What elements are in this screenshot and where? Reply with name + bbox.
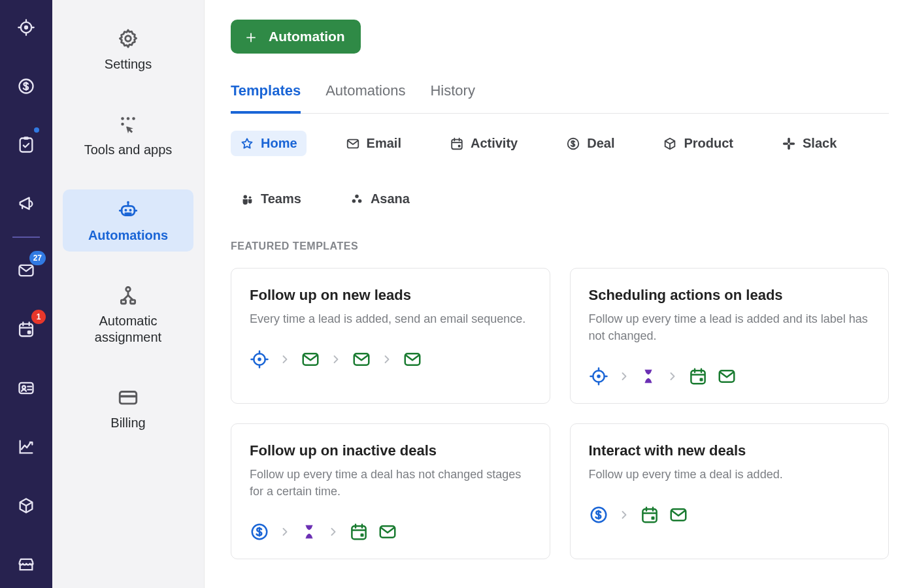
card-icon: [117, 386, 139, 408]
sidebar-item-label: Billing: [110, 415, 145, 431]
card-desc: Follow up every time a lead is added and…: [589, 310, 871, 344]
assignment-icon: [117, 284, 139, 306]
chevron-right-icon: [666, 370, 679, 383]
sidebar-item-billing[interactable]: Billing: [63, 377, 193, 439]
tab-templates[interactable]: Templates: [231, 82, 301, 114]
chip-home[interactable]: Home: [231, 131, 307, 156]
category-chips: Home Email Activity Deal Product Slack: [231, 131, 889, 212]
mail-icon: [352, 350, 371, 369]
sidebar-item-label: Tools and apps: [84, 142, 173, 158]
hourglass-icon: [640, 368, 657, 385]
calendar-icon: [349, 522, 369, 542]
sidebar-item-auto-assignment[interactable]: Automatic assignment: [63, 275, 193, 353]
mail-icon: [346, 137, 360, 151]
add-automation-button[interactable]: ＋ Automation: [231, 20, 361, 54]
rail-item-deals[interactable]: [10, 71, 42, 102]
rail-item-leads[interactable]: [10, 12, 42, 43]
mail-icon: [378, 522, 397, 542]
hourglass-icon: [301, 523, 318, 540]
mail-icon: [301, 350, 320, 369]
rail-item-insights[interactable]: [10, 431, 42, 463]
target-icon: [250, 350, 269, 369]
calendar-icon: [640, 505, 659, 525]
card-title: Follow up on new leads: [250, 287, 531, 304]
rail-item-contacts[interactable]: [10, 372, 42, 404]
chevron-right-icon: [278, 525, 291, 538]
template-grid: Follow up on new leads Every time a lead…: [231, 268, 889, 585]
primary-nav-rail: 27 1: [0, 0, 52, 588]
settings-sidebar: Settings Tools and apps Automations Auto…: [52, 0, 204, 588]
card-flow: [589, 367, 871, 386]
dollar-icon: [589, 505, 608, 525]
chevron-right-icon: [618, 508, 631, 521]
card-desc: Follow up every time a deal is added.: [589, 466, 871, 483]
rail-item-mail[interactable]: 27: [10, 255, 42, 286]
tab-automations[interactable]: Automations: [325, 82, 405, 113]
mail-icon: [403, 350, 422, 369]
calendar-icon: [688, 367, 708, 386]
template-card-inactive-deals[interactable]: Follow up on inactive deals Follow up ev…: [231, 423, 550, 559]
template-card-scheduling[interactable]: Scheduling actions on leads Follow up ev…: [570, 268, 890, 404]
mail-badge: 27: [29, 251, 46, 265]
sidebar-item-label: Automatic assignment: [65, 313, 191, 346]
chevron-right-icon: [278, 353, 291, 366]
dollar-icon: [250, 522, 269, 542]
rail-item-calendar[interactable]: 1: [10, 314, 42, 345]
chip-email[interactable]: Email: [337, 131, 410, 156]
star-icon: [240, 137, 254, 151]
add-automation-label: Automation: [269, 29, 345, 44]
chevron-right-icon: [618, 370, 631, 383]
gear-icon: [117, 27, 139, 50]
chip-slack[interactable]: Slack: [773, 131, 846, 156]
chip-label: Teams: [261, 191, 301, 206]
sidebar-item-label: Settings: [105, 56, 152, 73]
chip-label: Email: [367, 136, 401, 151]
featured-templates-heading: Featured Templates: [231, 240, 889, 252]
rail-divider: [12, 237, 40, 238]
sidebar-item-settings[interactable]: Settings: [63, 18, 193, 80]
card-flow: [589, 505, 871, 525]
chevron-right-icon: [329, 353, 342, 366]
rail-item-campaigns[interactable]: [10, 188, 42, 220]
card-desc: Follow up every time a deal has not chan…: [250, 466, 531, 500]
chip-label: Slack: [803, 136, 837, 151]
teams-icon: [240, 192, 254, 206]
chip-deal[interactable]: Deal: [557, 131, 624, 156]
chip-label: Asana: [371, 191, 410, 206]
sidebar-item-automations[interactable]: Automations: [63, 189, 193, 252]
sidebar-item-tools-apps[interactable]: Tools and apps: [63, 104, 193, 166]
chip-teams[interactable]: Teams: [231, 186, 310, 212]
dollar-icon: [566, 137, 580, 151]
template-card-new-deals[interactable]: Interact with new deals Follow up every …: [570, 423, 890, 559]
robot-icon: [117, 199, 139, 221]
chip-label: Home: [261, 136, 297, 151]
chip-label: Product: [684, 136, 733, 151]
card-desc: Every time a lead is added, send an emai…: [250, 310, 531, 327]
template-card-new-leads[interactable]: Follow up on new leads Every time a lead…: [231, 268, 550, 404]
card-title: Scheduling actions on leads: [589, 287, 871, 304]
chevron-right-icon: [327, 525, 340, 538]
slack-icon: [782, 137, 796, 151]
chip-label: Activity: [471, 136, 518, 151]
box-icon: [663, 137, 677, 151]
rail-item-marketplace[interactable]: [10, 549, 42, 580]
main-tabs: Templates Automations History: [231, 82, 889, 114]
main-content: ＋ Automation Templates Automations Histo…: [204, 0, 915, 588]
chip-asana[interactable]: Asana: [341, 186, 419, 212]
rail-item-tasks[interactable]: [10, 129, 42, 161]
asana-icon: [350, 192, 364, 206]
apps-icon: [117, 113, 139, 135]
card-flow: [250, 522, 531, 542]
card-title: Follow up on inactive deals: [250, 442, 531, 459]
mail-icon: [669, 505, 688, 525]
chip-label: Deal: [587, 136, 614, 151]
calendar-badge: 1: [31, 310, 46, 324]
calendar-icon: [450, 137, 464, 151]
tab-history[interactable]: History: [430, 82, 474, 113]
mail-icon: [717, 367, 737, 386]
rail-item-products[interactable]: [10, 490, 42, 521]
card-title: Interact with new deals: [589, 442, 871, 459]
chip-activity[interactable]: Activity: [441, 131, 527, 156]
chevron-right-icon: [380, 353, 393, 366]
chip-product[interactable]: Product: [654, 131, 742, 156]
